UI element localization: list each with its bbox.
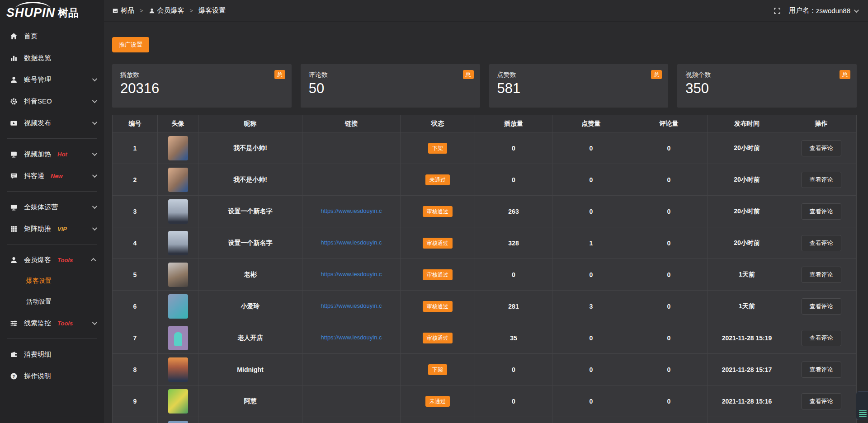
sidebar-item-tag: VIP <box>57 226 67 232</box>
cell-time: 1天前 <box>708 259 786 291</box>
video-link[interactable]: https://www.iesdouyin.c <box>321 302 382 309</box>
sidebar: SHUPIN 树品 首页数据总览账号管理抖音SEO视频发布视频加热Hot抖客通N… <box>0 0 104 423</box>
promo-settings-button[interactable]: 推广设置 <box>112 37 149 52</box>
app-root: SHUPIN 树品 首页数据总览账号管理抖音SEO视频发布视频加热Hot抖客通N… <box>0 0 868 423</box>
cell-nickname: 老彬 <box>198 259 302 291</box>
sidebar-divider <box>7 244 97 244</box>
user-icon <box>10 76 18 84</box>
video-link[interactable]: https://www.iesdouyin.c <box>321 271 382 277</box>
sidebar-item-4[interactable]: 视频发布 <box>0 112 104 134</box>
view-comments-button[interactable]: 查看评论 <box>802 235 841 251</box>
column-header-2: 昵称 <box>198 115 302 132</box>
stat-value: 350 <box>685 80 849 97</box>
cell-id: 2 <box>113 164 158 196</box>
cell-comments: 0 <box>630 322 708 354</box>
video-link[interactable]: https://www.iesdouyin.c <box>321 239 382 246</box>
sidebar-item-tag: Hot <box>57 151 67 158</box>
sidebar-subitem-1[interactable]: 活动设置 <box>0 291 104 312</box>
avatar <box>168 357 188 382</box>
breadcrumb-item-0[interactable]: 树品 <box>112 6 134 15</box>
avatar <box>168 326 188 350</box>
app-icon <box>112 8 118 14</box>
sidebar-item-7[interactable]: 抖客通New <box>0 165 104 187</box>
sidebar-item-2[interactable]: 账号管理 <box>0 69 104 90</box>
sidebar-item-0[interactable]: 首页 <box>0 25 104 47</box>
sidebar-item-16[interactable]: ?操作说明 <box>0 365 104 387</box>
cell-likes: 0 <box>552 164 630 196</box>
breadcrumb-item-2[interactable]: 爆客设置 <box>198 6 226 15</box>
sidebar-item-label: 操作说明 <box>24 372 51 381</box>
stat-card-2: 点赞数581总 <box>489 64 669 108</box>
sidebar-item-15[interactable]: 消费明细 <box>0 343 104 365</box>
cell-plays: 263 <box>475 196 552 227</box>
breadcrumb-separator: > <box>190 7 193 14</box>
video-icon <box>10 119 18 127</box>
cell-actions <box>786 417 857 423</box>
cell-plays: 0 <box>475 132 552 164</box>
view-comments-button[interactable]: 查看评论 <box>802 393 841 409</box>
sidebar-item-label: 视频发布 <box>24 119 51 127</box>
view-comments-button[interactable]: 查看评论 <box>802 298 841 315</box>
table-row: 3设置一个新名字https://www.iesdouyin.c审核通过26300… <box>113 196 857 227</box>
cell-status: 下架 <box>401 354 475 385</box>
cell-plays: 0 <box>475 385 552 417</box>
fullscreen-icon[interactable] <box>774 7 781 14</box>
breadcrumb-label: 爆客设置 <box>198 6 226 15</box>
video-link[interactable]: https://www.iesdouyin.c <box>321 207 382 214</box>
column-header-6: 点赞量 <box>552 115 630 132</box>
username-value: zswodun88 <box>816 7 850 14</box>
topbar-right: 用户名：zswodun88 <box>774 6 858 15</box>
sidebar-subitem-0[interactable]: 爆客设置 <box>0 271 104 291</box>
user-menu[interactable]: 用户名：zswodun88 <box>789 6 858 15</box>
chevron-down-icon <box>92 120 97 125</box>
stat-card-3: 视频个数350总 <box>677 64 857 108</box>
sidebar-item-3[interactable]: 抖音SEO <box>0 90 104 112</box>
table-body: 1我不是小帅!下架00020小时前查看评论2我不是小帅!未通过00020小时前查… <box>113 132 857 423</box>
sliders-icon <box>10 320 18 327</box>
status-badge: 未通过 <box>425 174 450 185</box>
view-comments-button[interactable]: 查看评论 <box>802 140 841 156</box>
home-icon <box>10 33 18 40</box>
sidebar-item-1[interactable]: 数据总览 <box>0 47 104 69</box>
view-comments-button[interactable]: 查看评论 <box>802 203 841 220</box>
app-logo[interactable]: SHUPIN 树品 <box>0 0 104 25</box>
cell-comments: 0 <box>630 259 708 291</box>
video-link[interactable]: https://www.iesdouyin.c <box>321 334 382 341</box>
main-area: 树品>会员爆客>爆客设置 用户名：zswodun88 推广设置 播放数20316… <box>104 0 868 423</box>
cell-comments: 0 <box>630 385 708 417</box>
sidebar-item-tag: New <box>51 173 63 179</box>
sidebar-item-6[interactable]: 视频加热Hot <box>0 143 104 165</box>
heat-icon <box>10 150 18 158</box>
view-comments-button[interactable]: 查看评论 <box>802 172 841 188</box>
cell-actions: 查看评论 <box>786 354 857 385</box>
sidebar-item-12[interactable]: 会员爆客Tools <box>0 249 104 271</box>
chevron-down-icon <box>92 173 97 178</box>
floating-service-widget[interactable] <box>856 391 868 420</box>
table-row: 2我不是小帅!未通过00020小时前查看评论 <box>113 164 857 196</box>
view-comments-button[interactable]: 查看评论 <box>802 362 841 378</box>
video-table: 编号头像昵称链接状态播放量点赞量评论量发布时间操作 1我不是小帅!下架00020… <box>112 115 857 423</box>
cell-id: 1 <box>113 132 158 164</box>
sidebar-item-13[interactable]: 线索监控Tools <box>0 312 104 334</box>
column-header-9: 操作 <box>786 115 857 132</box>
table-row: 6小爱玲https://www.iesdouyin.c审核通过281301天前查… <box>113 291 857 322</box>
cell-time <box>708 417 786 423</box>
cell-avatar <box>158 417 198 423</box>
sidebar-item-label: 抖音SEO <box>24 97 52 106</box>
logo-text-cn: 树品 <box>58 6 79 20</box>
stat-card-0: 播放数20316总 <box>112 64 292 108</box>
sidebar-item-label: 数据总览 <box>24 54 51 62</box>
view-comments-button[interactable]: 查看评论 <box>802 267 841 283</box>
sidebar-nav: 首页数据总览账号管理抖音SEO视频发布视频加热Hot抖客通New全媒体运营矩阵助… <box>0 25 104 387</box>
sidebar-item-10[interactable]: 矩阵助推VIP <box>0 218 104 240</box>
view-comments-button[interactable]: 查看评论 <box>802 330 841 346</box>
chevron-down-icon <box>92 226 97 230</box>
cell-id: 4 <box>113 227 158 259</box>
cell-id: 8 <box>113 354 158 385</box>
table-row: 10 <box>113 417 857 423</box>
status-badge: 下架 <box>428 364 447 375</box>
sidebar-item-9[interactable]: 全媒体运营 <box>0 196 104 218</box>
cell-id: 9 <box>113 385 158 417</box>
breadcrumb-item-1[interactable]: 会员爆客 <box>149 6 184 15</box>
sidebar-item-label: 会员爆客 <box>24 256 51 264</box>
